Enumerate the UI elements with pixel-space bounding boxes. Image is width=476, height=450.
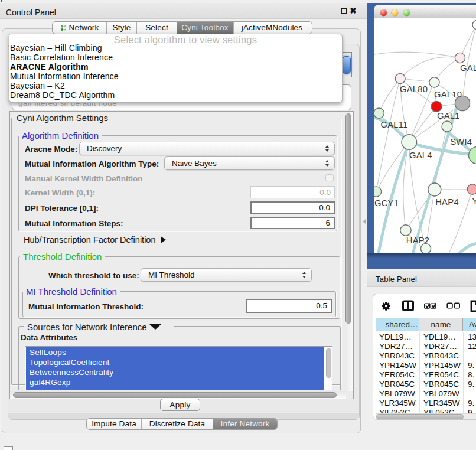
svg-text:GAL1: GAL1 <box>437 111 460 120</box>
svg-text:YM: YM <box>472 197 476 206</box>
svg-text:GAL11: GAL11 <box>381 120 408 129</box>
svg-text:GCY1: GCY1 <box>374 198 399 208</box>
svg-text:GAL7: GAL7 <box>460 63 476 73</box>
svg-text:HAP4: HAP4 <box>435 197 458 207</box>
svg-text:HAP2: HAP2 <box>406 236 429 245</box>
svg-text:GAL4: GAL4 <box>409 151 432 160</box>
svg-text:GAL80: GAL80 <box>400 84 428 94</box>
svg-text:GAL10: GAL10 <box>434 90 462 99</box>
svg-text:SWI4: SWI4 <box>450 137 472 146</box>
